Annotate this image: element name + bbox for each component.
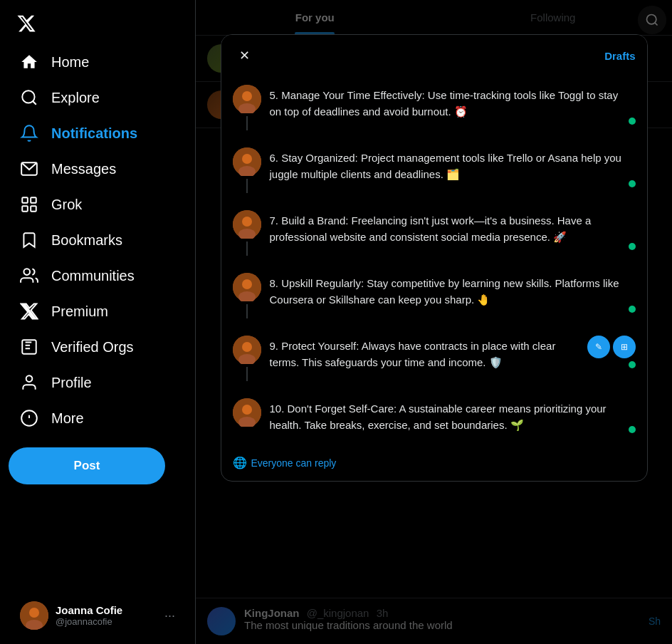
green-dot-8 (629, 306, 636, 313)
svg-point-27 (242, 279, 252, 289)
svg-rect-4 (31, 197, 36, 203)
svg-point-7 (23, 269, 30, 275)
profile-more-icon[interactable]: ··· (164, 608, 175, 623)
avatar (20, 601, 48, 630)
explore-icon (20, 88, 38, 107)
bookmark-icon (20, 231, 38, 249)
green-dot-6 (629, 180, 636, 187)
svg-point-33 (242, 405, 252, 415)
sidebar-item-messages[interactable]: Messages (9, 151, 187, 187)
thread-item-10: 10. Don't Forget Self-Care: A sustainabl… (221, 390, 647, 447)
sidebar-item-bookmarks[interactable]: Bookmarks (9, 222, 187, 258)
profile-name: Joanna Cofie (56, 604, 157, 616)
thread-text-8: 8. Upskill Regularly: Stay competitive b… (270, 273, 629, 313)
green-dot-5 (629, 118, 636, 125)
sidebar-item-profile[interactable]: Profile (9, 365, 187, 400)
sidebar-item-more[interactable]: More (9, 400, 187, 436)
avatar (233, 147, 261, 176)
verified-icon (20, 338, 38, 356)
modal-overlay: ✕ Drafts 5. Manage Your Time Effectively… (196, 0, 672, 644)
thread-line (246, 304, 248, 318)
person-icon (20, 373, 38, 392)
thread-text-6: 6. Stay Organized: Project management to… (270, 147, 629, 188)
svg-rect-6 (31, 206, 36, 212)
grid-icon-btn[interactable]: ⊞ (613, 336, 636, 358)
sidebar: Home Explore Notifications Messages Grok… (0, 0, 196, 644)
bell-icon (20, 124, 38, 142)
svg-line-1 (33, 101, 36, 105)
everyone-reply-row[interactable]: 🌐 Everyone can reply (221, 447, 647, 481)
green-dot-7 (629, 243, 636, 250)
sidebar-item-notifications[interactable]: Notifications (9, 115, 187, 151)
home-icon (20, 53, 38, 71)
thread-text-7: 7. Build a Brand: Freelancing isn't just… (270, 210, 629, 251)
profile-section[interactable]: Joanna Cofie @joannacofie ··· (9, 593, 187, 638)
profile-handle: @joannacofie (56, 616, 157, 627)
avatar (233, 210, 261, 239)
svg-point-8 (26, 375, 33, 382)
premium-x-icon (20, 302, 38, 321)
communities-icon (20, 266, 38, 285)
sidebar-item-verified[interactable]: Verified Orgs (9, 329, 187, 365)
thread-item-9: 9. Protect Yourself: Always have contrac… (221, 327, 647, 390)
svg-point-21 (242, 154, 252, 164)
more-icon (20, 409, 38, 427)
svg-rect-3 (22, 197, 28, 203)
thread-item-6: 6. Stay Organized: Project management to… (221, 139, 647, 202)
thread-line (246, 179, 248, 193)
avatar (233, 273, 261, 301)
thread-text-10: 10. Don't Forget Self-Care: A sustainabl… (270, 398, 629, 439)
sidebar-item-explore[interactable]: Explore (9, 80, 187, 115)
svg-point-0 (22, 90, 34, 103)
green-dot-9 (629, 361, 636, 368)
thread-item-5: 5. Manage Your Time Effectively: Use tim… (221, 76, 647, 139)
svg-rect-5 (22, 206, 28, 212)
grok-icon (20, 195, 38, 214)
svg-point-13 (29, 608, 39, 618)
mail-icon (20, 160, 38, 178)
sidebar-item-premium[interactable]: Premium (9, 294, 187, 329)
thread-line (246, 116, 248, 130)
thread-text-9: 9. Protect Yourself: Always have contrac… (270, 336, 582, 376)
drafts-button[interactable]: Drafts (604, 44, 635, 68)
thread-item-7: 7. Build a Brand: Freelancing isn't just… (221, 202, 647, 264)
avatar (233, 398, 261, 427)
svg-point-24 (242, 217, 252, 227)
edit-icon-btn[interactable]: ✎ (587, 336, 610, 358)
avatar (233, 85, 261, 113)
svg-point-18 (242, 91, 252, 101)
everyone-reply-label: Everyone can reply (251, 457, 337, 469)
close-button[interactable]: ✕ (233, 43, 257, 68)
modal-header: ✕ Drafts (221, 35, 647, 76)
thread-modal: ✕ Drafts 5. Manage Your Time Effectively… (221, 34, 648, 482)
post-button[interactable]: Post (9, 447, 165, 484)
avatar (233, 336, 261, 364)
sidebar-item-grok[interactable]: Grok (9, 187, 187, 222)
profile-info: Joanna Cofie @joannacofie (56, 604, 157, 627)
thread-line (246, 242, 248, 256)
thread-item-8: 8. Upskill Regularly: Stay competitive b… (221, 264, 647, 327)
green-dot-10 (629, 426, 636, 433)
sidebar-item-home[interactable]: Home (9, 44, 187, 80)
thread-text-5: 5. Manage Your Time Effectively: Use tim… (270, 85, 629, 125)
x-logo[interactable] (9, 6, 44, 41)
svg-point-30 (242, 342, 252, 352)
thread-line (246, 367, 248, 381)
sidebar-item-communities[interactable]: Communities (9, 258, 187, 294)
main-content: For you Following ✕ Drafts (196, 0, 672, 644)
globe-icon: 🌐 (233, 456, 247, 469)
